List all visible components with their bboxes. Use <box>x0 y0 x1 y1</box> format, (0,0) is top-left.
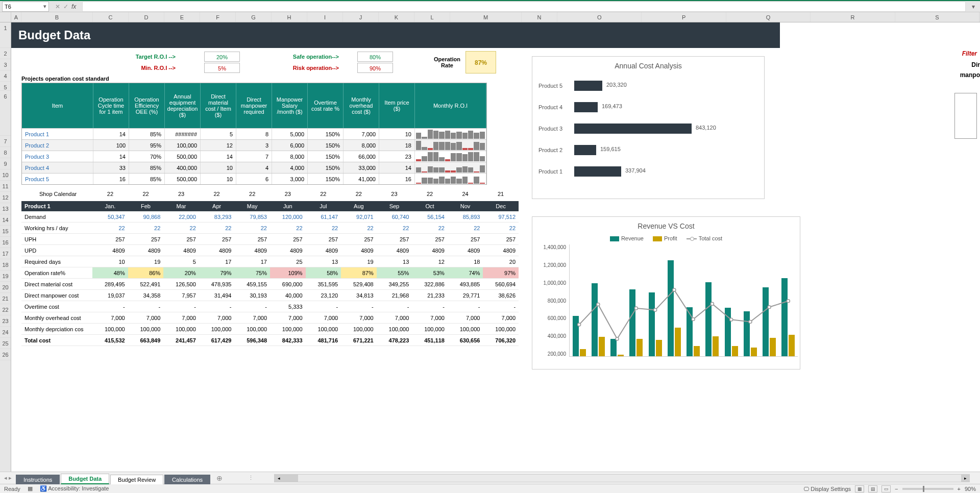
p1-data-row[interactable]: Monthly deprciation cos100,000100,000100… <box>21 324 519 335</box>
cost-cell[interactable]: 85% <box>129 129 165 139</box>
p1-cell[interactable]: 22,000 <box>163 211 199 222</box>
page-break-button[interactable]: ▭ <box>881 485 891 492</box>
p1-data-row[interactable]: Demand50,34790,86822,00083,29379,853120,… <box>21 211 519 223</box>
col-C[interactable]: C <box>93 12 129 22</box>
p1-cell[interactable]: 31,494 <box>199 290 235 301</box>
p1-cell[interactable]: 706,320 <box>483 335 519 346</box>
p1-cell[interactable]: 50,347 <box>92 211 128 222</box>
row-22[interactable]: 22 <box>0 304 11 315</box>
row-24[interactable]: 24 <box>0 327 11 338</box>
sheet-grid[interactable]: Budget Data Filter Dir manpo Target R.O.… <box>11 22 980 472</box>
cost-cell[interactable]: 150% <box>308 162 344 173</box>
cost-cell[interactable]: 14 <box>93 151 129 162</box>
row-11[interactable]: 11 <box>0 181 11 192</box>
page-layout-button[interactable]: ▤ <box>868 485 877 492</box>
p1-cell[interactable]: - <box>412 301 448 312</box>
row-13[interactable]: 13 <box>0 203 11 214</box>
cost-cell[interactable]: 16 <box>93 174 129 184</box>
row-8[interactable]: 8 <box>0 147 11 158</box>
zoom-slider[interactable] <box>902 488 953 490</box>
p1-data-row[interactable]: Monthly overhead cost7,0007,0007,0007,00… <box>21 312 519 324</box>
cost-cell[interactable]: 14 <box>201 151 236 162</box>
p1-cell[interactable]: 22 <box>234 223 270 233</box>
col-N[interactable]: N <box>522 12 557 22</box>
fx-icon[interactable]: fx <box>71 3 76 10</box>
p1-cell[interactable]: 22 <box>412 223 448 233</box>
p1-data-row[interactable]: Required days10195171725131913121820 <box>21 256 519 267</box>
cost-row[interactable]: Product 43385%400,0001044,000150%33,0001… <box>22 162 486 173</box>
col-H[interactable]: H <box>272 12 307 22</box>
cost-cell[interactable]: 66,000 <box>344 151 379 162</box>
col-Q[interactable]: Q <box>726 12 811 22</box>
p1-cell[interactable]: 17 <box>234 256 270 267</box>
cost-cell[interactable]: 16 <box>379 174 415 184</box>
formula-expand-icon[interactable]: ▾ <box>969 3 978 10</box>
sheet-tab[interactable]: Budget Data <box>61 474 109 484</box>
p1-cell[interactable]: 5 <box>163 256 199 267</box>
cost-cell[interactable]: 10 <box>379 129 415 139</box>
p1-cell[interactable]: 22 <box>270 223 306 233</box>
p1-cell[interactable]: 257 <box>377 234 412 244</box>
cost-row[interactable]: Product 31470%500,0001478,000150%66,0002… <box>22 151 486 162</box>
cost-cell[interactable]: 150% <box>308 151 344 162</box>
p1-data-row[interactable]: UPH257257257257257257257257257257257257 <box>21 234 519 245</box>
p1-cell[interactable]: 126,500 <box>163 279 199 289</box>
p1-cell[interactable]: - <box>341 301 377 312</box>
p1-cell[interactable]: 7,000 <box>341 312 377 323</box>
p1-cell[interactable]: 100,000 <box>92 324 128 334</box>
p1-cell[interactable]: 478,935 <box>199 279 235 289</box>
p1-cell[interactable]: 20 <box>483 256 519 267</box>
p1-cell[interactable]: 7,000 <box>199 312 235 323</box>
cost-cell[interactable]: ####### <box>165 129 201 139</box>
p1-cell[interactable]: 493,885 <box>448 279 483 289</box>
p1-cell[interactable]: 257 <box>412 234 448 244</box>
p1-cell[interactable]: 100,000 <box>448 324 483 334</box>
cost-cell[interactable]: 400,000 <box>165 162 201 173</box>
cost-cell[interactable]: 150% <box>308 129 344 139</box>
cost-cell[interactable]: 150% <box>308 140 344 151</box>
p1-cell[interactable]: 18 <box>448 256 483 267</box>
row-16[interactable]: 16 <box>0 237 11 248</box>
p1-cell[interactable]: 120,000 <box>270 211 306 222</box>
sheet-tab[interactable]: Budget Review <box>110 475 163 484</box>
p1-cell[interactable]: 109% <box>270 267 306 278</box>
p1-cell[interactable]: 74% <box>448 267 483 278</box>
cost-cell[interactable]: 100,000 <box>165 140 201 151</box>
p1-cell[interactable]: 7,000 <box>306 312 341 323</box>
p1-cell[interactable]: 29,771 <box>448 290 483 301</box>
cost-cell[interactable]: 5 <box>201 129 236 139</box>
row-10[interactable]: 10 <box>0 169 11 181</box>
cost-cell[interactable]: 10 <box>201 174 236 184</box>
column-headers[interactable]: A B C D E F G H I J K L M N OPQRS <box>0 12 980 22</box>
product-name[interactable]: Product 1 <box>22 129 93 139</box>
p1-cell[interactable]: 7,000 <box>128 312 164 323</box>
p1-cell[interactable]: 87% <box>341 267 377 278</box>
macro-icon[interactable]: ▦ <box>28 485 33 492</box>
cost-cell[interactable]: 10 <box>201 162 236 173</box>
p1-cell[interactable]: - <box>199 301 235 312</box>
p1-cell[interactable]: - <box>92 301 128 312</box>
p1-cell[interactable]: 4809 <box>163 245 199 256</box>
sheet-tab[interactable]: Calculations <box>164 475 210 484</box>
row-14[interactable]: 14 <box>0 214 11 226</box>
col-I[interactable]: I <box>307 12 343 22</box>
p1-cell[interactable]: 257 <box>92 234 128 244</box>
slicer-box[interactable] <box>954 93 977 139</box>
cost-cell[interactable]: 41,000 <box>344 174 379 184</box>
p1-cell[interactable]: 48% <box>92 267 128 278</box>
col-R[interactable]: R <box>811 12 895 22</box>
cost-cell[interactable]: 18 <box>379 140 415 151</box>
p1-cell[interactable]: 7,000 <box>163 312 199 323</box>
p1-cell[interactable]: 40,000 <box>270 290 306 301</box>
p1-cell[interactable]: 5,333 <box>270 301 306 312</box>
cost-cell[interactable]: 500,000 <box>165 151 201 162</box>
p1-cell[interactable]: 58% <box>306 267 341 278</box>
revenue-cost-chart[interactable]: Revenue VS Cost Revenue Profit Total cos… <box>532 216 800 369</box>
p1-cell[interactable]: 100,000 <box>128 324 164 334</box>
row-4[interactable]: 4 <box>0 70 11 82</box>
cost-cell[interactable]: 6 <box>236 174 272 184</box>
p1-cell[interactable]: 25 <box>270 256 306 267</box>
p1-cell[interactable]: 4809 <box>92 245 128 256</box>
p1-cell[interactable]: 7,000 <box>483 312 519 323</box>
cost-cell[interactable]: 4 <box>236 162 272 173</box>
